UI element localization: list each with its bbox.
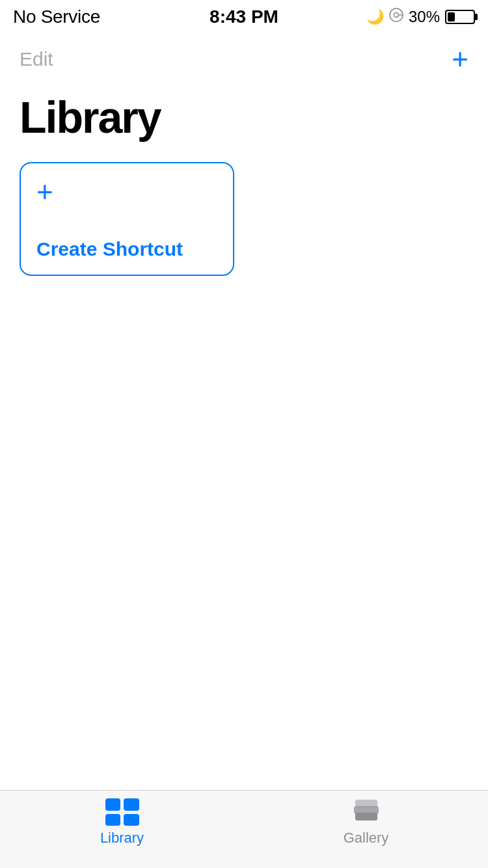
battery-icon (445, 10, 475, 24)
library-icon (105, 798, 139, 826)
tab-gallery-label: Gallery (344, 830, 389, 847)
create-shortcut-label: Create Shortcut (36, 238, 217, 260)
tab-gallery[interactable]: Gallery (244, 798, 488, 847)
create-shortcut-card[interactable]: + Create Shortcut (20, 162, 234, 276)
tab-library-label: Library (100, 830, 144, 847)
main-content: + Create Shortcut (0, 156, 488, 282)
gallery-icon (349, 798, 383, 826)
page-title-section: Library (0, 85, 488, 156)
svg-point-1 (394, 12, 398, 17)
nav-bar: Edit + (0, 33, 488, 85)
status-bar: No Service 8:43 PM 🌙 30% (0, 0, 488, 33)
add-button[interactable]: + (452, 45, 468, 74)
battery-fill (448, 12, 455, 21)
page-title: Library (20, 92, 161, 142)
moon-icon: 🌙 (366, 8, 384, 25)
battery-percentage: 30% (409, 8, 440, 26)
carrier-text: No Service (13, 7, 100, 27)
card-plus-icon: + (36, 178, 217, 206)
tab-bar: Library Gallery (0, 790, 488, 868)
edit-button[interactable]: Edit (20, 48, 53, 70)
tab-library[interactable]: Library (0, 798, 244, 847)
time-text: 8:43 PM (210, 7, 278, 27)
status-icons: 🌙 30% (366, 8, 475, 26)
location-icon (389, 8, 403, 26)
